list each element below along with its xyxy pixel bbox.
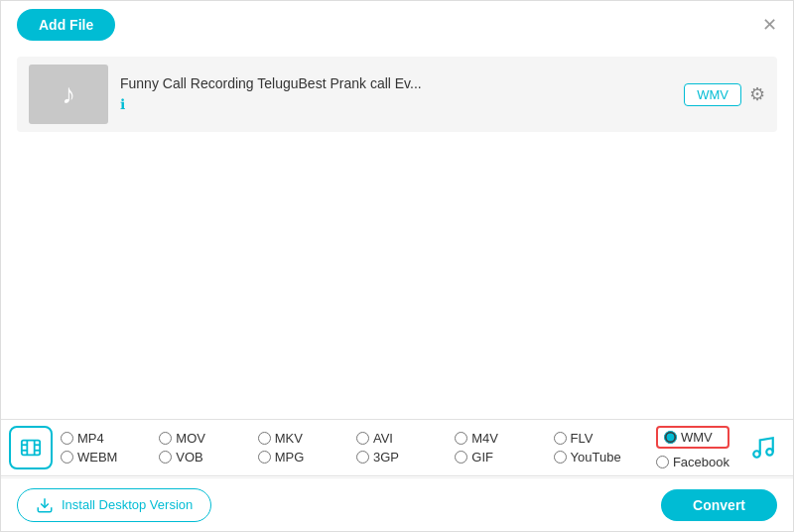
action-bar: Install Desktop Version Convert	[1, 477, 793, 531]
format-option-mkv[interactable]: MKV	[258, 431, 356, 446]
format-option-youtube[interactable]: YouTube	[554, 450, 652, 465]
formats-grid: MP4 MOV MKV AVI M4V FLV WEBM VOB MPG 3GP	[61, 427, 652, 468]
wmv-facebook-group: WMV Facebook	[656, 426, 729, 469]
film-icon	[20, 437, 42, 459]
file-info: Funny Call Recording TeluguBest Prank ca…	[120, 75, 672, 113]
format-option-facebook[interactable]: Facebook	[656, 455, 729, 469]
settings-icon[interactable]: ⚙	[749, 83, 765, 105]
music-note-icon	[750, 435, 776, 461]
download-icon	[36, 496, 54, 514]
video-format-icon-button[interactable]	[9, 426, 53, 469]
svg-point-7	[753, 451, 760, 458]
add-file-button[interactable]: Add File	[17, 9, 115, 41]
format-option-flv[interactable]: FLV	[554, 431, 652, 446]
close-button[interactable]: ✕	[762, 16, 777, 34]
format-badge[interactable]: WMV	[684, 83, 741, 106]
format-option-m4v[interactable]: M4V	[455, 431, 553, 446]
format-option-mp4[interactable]: MP4	[61, 431, 159, 446]
format-option-mpg[interactable]: MPG	[258, 450, 356, 465]
format-option-gif[interactable]: GIF	[455, 450, 553, 465]
info-icon[interactable]: ℹ	[120, 96, 125, 112]
wmv-selected-box: WMV	[656, 426, 729, 449]
format-option-3gp[interactable]: 3GP	[356, 450, 455, 465]
format-option-avi[interactable]: AVI	[356, 431, 455, 446]
format-option-webm[interactable]: WEBM	[61, 450, 159, 465]
svg-rect-0	[22, 441, 40, 456]
format-option-vob[interactable]: VOB	[159, 450, 257, 465]
convert-button[interactable]: Convert	[661, 489, 777, 521]
file-thumbnail: ♪	[29, 65, 108, 124]
file-name: Funny Call Recording TeluguBest Prank ca…	[120, 75, 672, 91]
music-icon: ♪	[62, 78, 75, 110]
audio-format-icon-button[interactable]	[741, 426, 785, 469]
format-option-wmv[interactable]: WMV	[664, 430, 713, 445]
svg-point-8	[766, 449, 773, 456]
file-list: ♪ Funny Call Recording TeluguBest Prank …	[1, 49, 793, 140]
file-actions: WMV ⚙	[684, 83, 765, 106]
file-item: ♪ Funny Call Recording TeluguBest Prank …	[17, 57, 777, 132]
format-bar: MP4 MOV MKV AVI M4V FLV WEBM VOB MPG 3GP	[1, 419, 793, 476]
top-bar: Add File ✕	[1, 1, 793, 49]
format-option-mov[interactable]: MOV	[159, 431, 257, 446]
content-area	[1, 140, 793, 368]
install-desktop-button[interactable]: Install Desktop Version	[17, 488, 211, 522]
